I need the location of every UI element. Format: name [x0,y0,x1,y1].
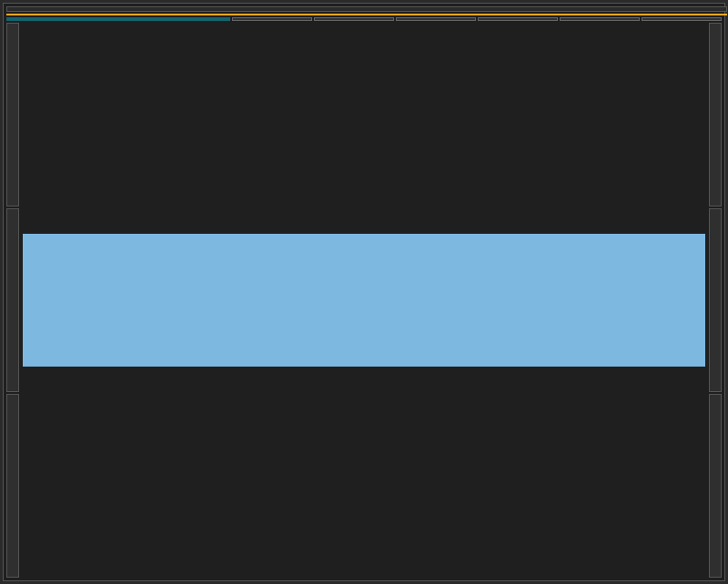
nvenc-block [232,17,312,21]
nvdec-block [478,17,558,21]
diagram-root [0,0,728,584]
main-area [4,23,724,580]
mem-col-left [6,23,19,578]
mem-col-right [709,23,722,578]
gpc-row-top [21,23,707,231]
optical-flow-accelerator [6,17,230,21]
gpu-frame [3,3,725,581]
nvdec-block [396,17,476,21]
memory-controller [6,394,19,578]
encoder-row [6,17,722,21]
nvdec-block [642,17,722,21]
memory-controller [6,23,19,206]
l2-cache [23,234,705,368]
memory-controller [709,23,722,206]
memory-controller [6,208,19,392]
gigathread-engine [6,14,727,15]
nvenc-block [314,17,394,21]
pci-interface [6,6,727,12]
nvdec-block [560,17,640,21]
center-col [21,23,707,578]
gpc-row-bottom [21,369,707,578]
memory-controller [709,394,722,578]
memory-controller [709,208,722,392]
